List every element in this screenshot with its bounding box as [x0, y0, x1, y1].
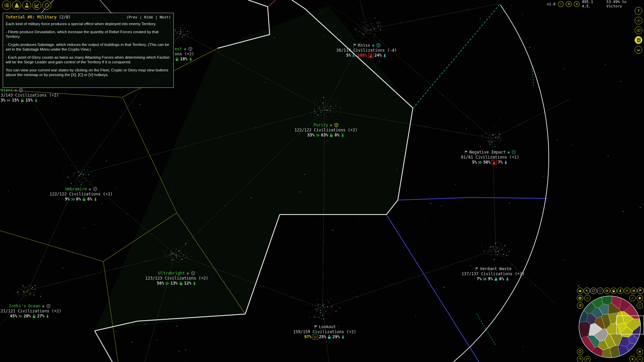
fleet-icon — [605, 289, 609, 293]
research-button[interactable] — [22, 1, 31, 10]
build-hammer-button[interactable] — [584, 288, 590, 294]
rotate-right-button[interactable] — [584, 356, 591, 362]
menu-button[interactable] — [2, 1, 11, 10]
victory-crown-button[interactable] — [577, 288, 583, 294]
territory-stats: 33%63%8% — [294, 133, 358, 138]
sabotage-lock-icon — [494, 277, 498, 281]
ziggurat-icon — [14, 3, 19, 8]
zoom-out-button[interactable] — [637, 356, 643, 362]
territory-label-negative-impact[interactable]: Negative Impact81/81 Civilizations (+1)5… — [461, 150, 519, 165]
glory-tree-icon — [193, 281, 197, 286]
flask-icon — [24, 3, 30, 8]
territory-label-verdant-waste[interactable]: Verdant Waste137/137 Civilizations (+2)7… — [462, 266, 525, 282]
stat-value: 29% — [332, 335, 340, 340]
dots-view-button[interactable] — [584, 295, 591, 301]
eye-view-button[interactable] — [635, 26, 642, 34]
stat-value: 20% — [23, 314, 31, 319]
diamond-view-button[interactable] — [637, 295, 643, 301]
territory-name-row: est — [175, 47, 194, 52]
tutorial-nav[interactable]: (Prev | Hide | Next) — [126, 15, 171, 20]
buildings-button[interactable] — [12, 1, 21, 10]
territory-name: Purity — [314, 123, 328, 128]
fleet-view-button[interactable] — [604, 288, 610, 294]
fleet-arrows-icon — [478, 160, 482, 165]
speed-down-button[interactable] — [558, 1, 564, 7]
refresh-icon — [592, 289, 595, 293]
territory-name: Ultrabright — [158, 271, 185, 276]
chart-icon — [34, 3, 40, 8]
radar-view-button[interactable] — [624, 288, 630, 294]
zoom-in-button[interactable] — [629, 356, 636, 362]
fleet-arrows-icon — [483, 277, 487, 281]
territory-name-row: Verdant Waste — [462, 266, 525, 272]
layers-menu-button[interactable] — [637, 349, 643, 355]
spray-icon — [631, 296, 634, 300]
rotate-left-button[interactable] — [577, 356, 583, 362]
fleet-arrows-icon — [18, 314, 22, 318]
territory-label-clipped-west[interactable]: estons (+2)10% — [175, 47, 194, 62]
stat-icon-box — [368, 53, 373, 58]
stat-value: 6% — [499, 277, 504, 282]
glory-tree-icon — [340, 133, 345, 137]
hypno-icon — [632, 289, 636, 293]
stat-value: 5% — [346, 53, 351, 58]
question-icon — [636, 9, 641, 13]
maze-view-button[interactable] — [635, 36, 642, 44]
fleet-wings-button[interactable] — [635, 46, 642, 54]
diamond-alt-button[interactable] — [637, 302, 643, 309]
center-view-button[interactable] — [577, 295, 583, 301]
sabotage-lock-icon — [32, 314, 36, 318]
undo-button[interactable] — [577, 349, 583, 355]
crypto-view-button[interactable] — [610, 288, 617, 294]
shield-icon — [334, 123, 338, 127]
territory-label-umbramire[interactable]: Umbramire122/122 Civilizations (+2)9%6%6… — [50, 187, 113, 202]
scatter-view-button[interactable] — [629, 295, 636, 301]
stat-value: 7% — [498, 160, 502, 165]
territory-civilizations: 159/159 Civilizations (+2) — [293, 329, 356, 335]
hammer-icon — [585, 289, 589, 293]
territory-label-ultrabright[interactable]: Ultrabright123/123 Civilizations (+2)56%… — [145, 271, 208, 286]
culture-view-button[interactable] — [631, 288, 637, 294]
spiral-view-button[interactable] — [577, 302, 583, 309]
dots-icon — [586, 296, 589, 300]
stat-value: 108% — [357, 53, 367, 58]
sabotage-lock-icon — [175, 57, 179, 61]
stat-value: 7% — [477, 277, 481, 282]
war-flag-button[interactable] — [637, 288, 644, 294]
territory-name: Verdant Waste — [480, 266, 512, 272]
territory-label-lookout[interactable]: Lookout159/159 Civilizations (+2)97%25%2… — [293, 324, 356, 340]
stat-value: 24% — [374, 53, 382, 58]
wreath-icon — [44, 3, 50, 8]
stat-value: 12% — [184, 281, 192, 286]
shield-icon — [512, 150, 516, 155]
galaxy-view-button[interactable] — [635, 17, 642, 24]
rotr-icon — [586, 357, 589, 361]
territory-stats: 5%108%24% — [336, 53, 397, 58]
victory-button[interactable] — [42, 1, 51, 10]
territory-stats: 56%13%12% — [145, 281, 208, 286]
territory-label-inthis-ocean[interactable]: Inthi's Ocean121/121 Civilizations (+2)4… — [0, 304, 61, 319]
rotl-icon — [578, 357, 582, 361]
minimap-panel: ✓ — [576, 284, 644, 362]
territory-label-ujani[interactable]: Ujani3/143 Civilizations (+2)3%15%15% — [1, 88, 59, 103]
rebel-burst-button[interactable] — [597, 288, 603, 294]
target-icon — [578, 296, 582, 300]
territory-label-purity[interactable]: Purity122/122 Civilizations (+2)33%63%8% — [294, 123, 358, 138]
territory-label-kniss[interactable]: Kniss36/114 Civilizations (-4)5%108%24% — [336, 43, 397, 58]
refresh-view-button[interactable] — [590, 288, 597, 294]
game-speed: x1.0 — [547, 2, 556, 6]
help-button[interactable] — [635, 7, 642, 15]
minimap-check-icon: ✓ — [578, 284, 580, 288]
speed-up-button[interactable] — [574, 1, 580, 7]
flag-icon — [475, 267, 479, 271]
tutorial-paragraph: - Each point of Glory counts as twice as… — [6, 55, 171, 64]
pause-button[interactable] — [566, 1, 572, 7]
crypto-chip-icon — [14, 88, 18, 93]
sabotage-lock-icon — [369, 54, 373, 58]
stats-button[interactable] — [32, 1, 41, 10]
stat-value: 9% — [488, 277, 493, 282]
glory-view-button[interactable] — [617, 288, 624, 294]
tree-icon — [619, 289, 622, 293]
territory-name: Kniss — [358, 43, 370, 48]
fleet-arrows-icon — [165, 281, 169, 286]
